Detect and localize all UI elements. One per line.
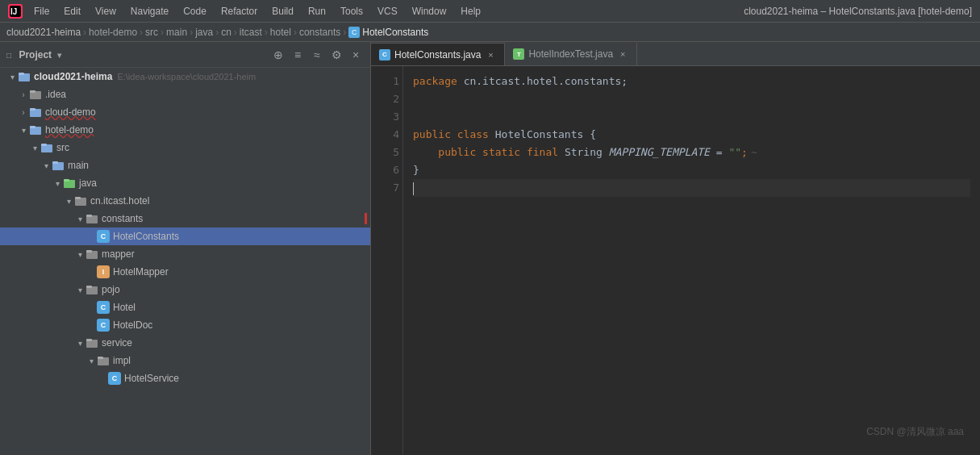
line-numbers: 1 2 3 4 5 6 7: [371, 66, 403, 455]
menu-vcs[interactable]: VCS: [371, 4, 404, 19]
folder-icon-service: [85, 336, 98, 349]
main-layout: □ Project ▾ ⊕ ≡ ≈ ⚙ × ▾ cloud2021-heima …: [0, 42, 980, 455]
tree-label-service: service: [102, 337, 132, 349]
tree-item-hotelservice[interactable]: C HotelService: [0, 369, 370, 387]
tree-item-constants[interactable]: ▾ constants: [0, 210, 370, 228]
folder-icon-impl: [97, 354, 110, 367]
tab-icon-hotelindextest: T: [513, 48, 524, 60]
tree-label-mapper: mapper: [102, 248, 135, 260]
tree-item-java[interactable]: ▾ java: [0, 174, 370, 192]
tree-item-src[interactable]: ▾ src: [0, 139, 370, 157]
settings-icon[interactable]: ⚙: [328, 47, 344, 63]
svg-rect-22: [86, 250, 92, 253]
folder-icon-constants: [85, 212, 98, 225]
class-badge-hotelservice: C: [108, 372, 121, 385]
menu-file[interactable]: File: [27, 4, 56, 19]
tree-item-impl[interactable]: ▾ impl: [0, 352, 370, 369]
code-line-6: }: [413, 161, 970, 179]
tree-item-service[interactable]: ▾ service: [0, 334, 370, 352]
class-badge-hotelconstants: C: [97, 230, 110, 243]
tree-label-pojo: pojo: [102, 284, 120, 295]
menu-help[interactable]: Help: [454, 4, 487, 19]
breadcrumb-item-root[interactable]: cloud2021-heima: [6, 27, 81, 38]
folder-icon-mapper: [85, 248, 98, 261]
chevron-java: ▾: [52, 177, 63, 189]
tree-item-hotelconstants[interactable]: C HotelConstants: [0, 228, 370, 245]
menu-edit[interactable]: Edit: [57, 4, 87, 19]
close-sidebar-icon[interactable]: ×: [348, 47, 364, 63]
tree-item-cloud-demo[interactable]: › cloud-demo: [0, 103, 370, 121]
chevron-hoteldoc: [85, 319, 97, 331]
watermark: CSDN @清风微凉 aaa: [866, 425, 964, 439]
tree-label-impl: impl: [113, 355, 131, 366]
menu-run[interactable]: Run: [302, 4, 332, 19]
tree-label-root: cloud2021-heima: [34, 71, 112, 82]
tab-close-hotelindextest[interactable]: ×: [617, 48, 628, 60]
menu-window[interactable]: Window: [406, 4, 453, 19]
tree-item-pojo[interactable]: ▾ pojo: [0, 281, 370, 298]
tree-item-hotelmapper[interactable]: I HotelMapper: [0, 263, 370, 281]
locate-icon[interactable]: ⊕: [270, 47, 286, 63]
tree-label-hotel: Hotel: [113, 302, 136, 313]
menu-code[interactable]: Code: [177, 4, 213, 19]
code-line-4: public class HotelConstants {: [413, 126, 970, 144]
sidebar-title: □ Project ▾: [6, 49, 267, 61]
breadcrumb-item-1[interactable]: hotel-demo: [89, 27, 137, 38]
tree-item-hoteldoc[interactable]: C HotelDoc: [0, 316, 370, 334]
breadcrumb-item-8[interactable]: constants: [299, 27, 340, 38]
breadcrumb-item-2[interactable]: src: [145, 27, 158, 38]
tree-item-main[interactable]: ▾ main: [0, 157, 370, 174]
tree-label-hotelmapper: HotelMapper: [113, 266, 169, 278]
svg-rect-24: [86, 286, 92, 288]
tree-item-package[interactable]: ▾ cn.itcast.hotel: [0, 192, 370, 210]
menu-bar: File Edit View Navigate Code Refactor Bu…: [27, 4, 744, 19]
tree-item-mapper[interactable]: ▾ mapper: [0, 245, 370, 263]
menu-refactor[interactable]: Refactor: [215, 4, 264, 19]
tab-label-hotelindextest: HotelIndexTest.java: [528, 48, 613, 60]
tab-hotelindextest[interactable]: T HotelIndexTest.java ×: [505, 43, 637, 65]
tree-item-idea[interactable]: › .idea: [0, 86, 370, 103]
svg-rect-8: [30, 108, 35, 111]
svg-rect-18: [75, 197, 81, 199]
menu-view[interactable]: View: [89, 4, 123, 19]
interface-badge-hotelmapper: I: [97, 265, 110, 278]
chevron-hotel-demo: ▾: [18, 124, 29, 136]
code-content[interactable]: package cn.itcast.hotel.constants; publi…: [403, 66, 980, 455]
breadcrumb-item-7[interactable]: hotel: [270, 27, 291, 38]
breadcrumb-item-6[interactable]: itcast: [240, 27, 262, 38]
chevron-pojo: ▾: [74, 284, 85, 295]
breadcrumb-item-5[interactable]: cn: [221, 27, 231, 38]
svg-rect-28: [98, 357, 103, 359]
svg-rect-26: [86, 339, 92, 341]
tree-item-hotel[interactable]: C Hotel: [0, 298, 370, 316]
app-logo: IJ: [8, 4, 23, 19]
chevron-cloud-demo: ›: [18, 106, 29, 118]
tab-close-hotelconstants[interactable]: ×: [485, 49, 496, 61]
tab-hotelconstants[interactable]: C HotelConstants.java ×: [371, 43, 505, 65]
sidebar-toolbar: □ Project ▾ ⊕ ≡ ≈ ⚙ ×: [0, 42, 370, 68]
chevron-root: ▾: [6, 71, 18, 82]
menu-navigate[interactable]: Navigate: [124, 4, 175, 19]
tree-label-hotelservice: HotelService: [124, 373, 179, 384]
editor-area: C HotelConstants.java × T HotelIndexTest…: [371, 42, 980, 455]
error-indicator-constants: [365, 213, 367, 224]
menu-build[interactable]: Build: [265, 4, 300, 19]
breadcrumb: cloud2021-heima › hotel-demo › src › mai…: [0, 23, 980, 42]
tree-label-hoteldoc: HotelDoc: [113, 319, 152, 331]
chevron-mapper: ▾: [74, 248, 85, 260]
tab-label-hotelconstants: HotelConstants.java: [394, 49, 481, 61]
chevron-idea: ›: [18, 89, 29, 100]
breadcrumb-class-icon: C: [348, 27, 360, 38]
code-editor[interactable]: 1 2 3 4 5 6 7 package cn.itcast.hotel.co…: [371, 66, 980, 455]
collapse-all-icon[interactable]: ≡: [290, 47, 306, 63]
chevron-main: ▾: [40, 160, 52, 171]
svg-rect-4: [19, 73, 24, 75]
menu-tools[interactable]: Tools: [334, 4, 369, 19]
tree-item-root[interactable]: ▾ cloud2021-heima E:\idea-workspace\clou…: [0, 68, 370, 86]
tree-item-hotel-demo[interactable]: ▾ hotel-demo: [0, 121, 370, 139]
breadcrumb-item-3[interactable]: main: [166, 27, 187, 38]
class-badge-hotel: C: [97, 301, 110, 314]
sort-icon[interactable]: ≈: [309, 47, 325, 63]
folder-icon-cloud-demo: [29, 106, 42, 119]
breadcrumb-item-4[interactable]: java: [195, 27, 213, 38]
